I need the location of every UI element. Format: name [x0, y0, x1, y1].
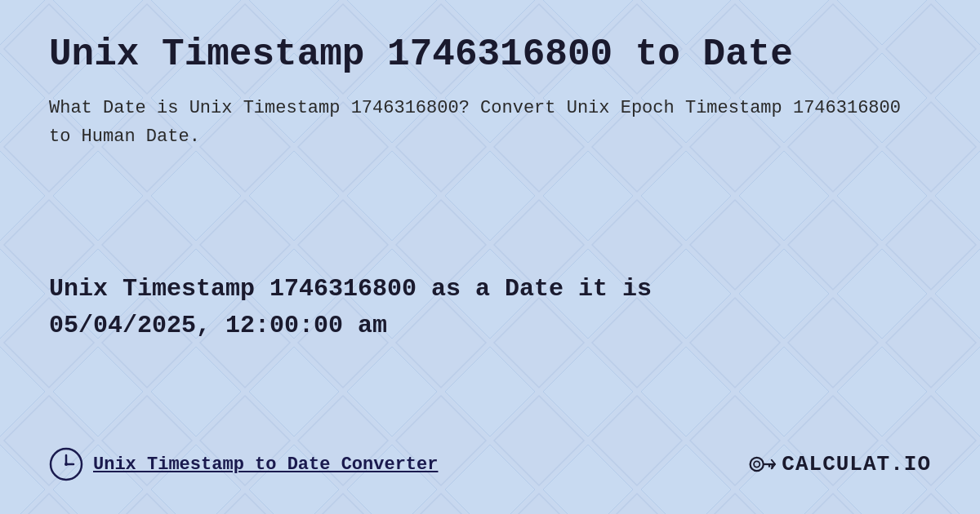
- logo-text: CALCULAT.IO: [782, 452, 931, 476]
- description-text: What Date is Unix Timestamp 1746316800? …: [49, 94, 931, 151]
- svg-point-8: [65, 463, 68, 466]
- footer-link[interactable]: Unix Timestamp to Date Converter: [49, 447, 438, 481]
- site-logo: CALCULAT.IO: [747, 450, 931, 479]
- logo-icon: [747, 450, 777, 479]
- clock-icon: [49, 447, 83, 481]
- result-line1: Unix Timestamp 1746316800 as a Date it i…: [49, 271, 652, 308]
- svg-point-9: [751, 458, 764, 471]
- footer-link-text[interactable]: Unix Timestamp to Date Converter: [93, 454, 438, 475]
- svg-point-10: [754, 461, 760, 467]
- result-line2: 05/04/2025, 12:00:00 am: [49, 308, 652, 344]
- page-title: Unix Timestamp 1746316800 to Date: [49, 33, 931, 78]
